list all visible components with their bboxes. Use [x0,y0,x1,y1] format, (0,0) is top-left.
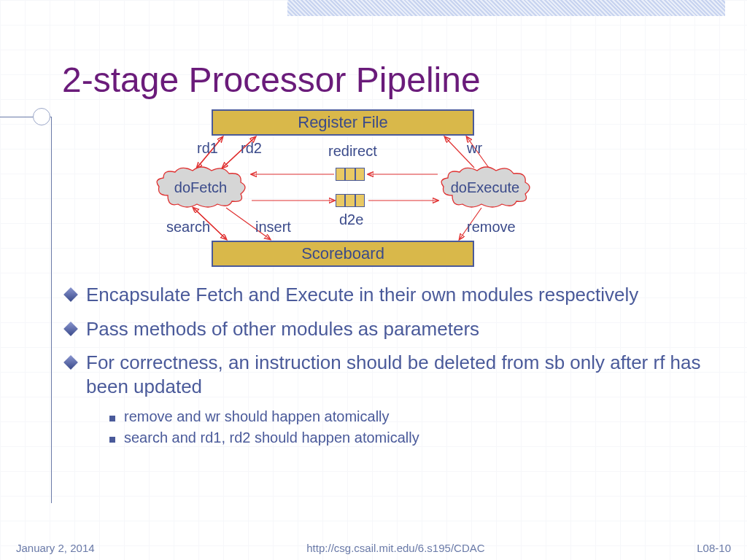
top-decorative-bar [287,0,725,16]
label-redirect: redirect [328,143,377,160]
bullet-text: Encapsulate Fetch and Execute in their o… [86,283,638,307]
register-file-box: Register File [212,109,474,136]
bullet-text: For correctness, an instruction should b… [86,351,708,398]
sub-bullet-item: search and rd1, rd2 should happen atomic… [109,429,708,446]
bullet-text: Pass methods of other modules as paramet… [86,317,479,341]
slide-footer: January 2, 2014 http://csg.csail.mit.edu… [0,542,747,554]
label-rd1: rd1 [197,140,218,157]
diamond-bullet-icon [63,322,78,336]
bullet-list: Encapsulate Fetch and Execute in their o… [66,283,708,451]
doexecute-cloud: doExecute [438,166,533,209]
sub-bullet-text: remove and wr should happen atomically [124,408,390,425]
label-wr: wr [467,140,482,157]
scoreboard-box: Scoreboard [212,241,474,267]
pipeline-diagram: Register File Scoreboard doFetch doExecu… [153,109,547,270]
d2e-fifo-icon [336,194,365,207]
doexecute-label: doExecute [438,166,533,209]
label-d2e: d2e [339,211,363,228]
bullet-item: Encapsulate Fetch and Execute in their o… [66,283,708,307]
sub-bullet-item: remove and wr should happen atomically [109,408,708,425]
bullet-item: For correctness, an instruction should b… [66,351,708,398]
redirect-fifo-icon [336,168,365,181]
label-insert: insert [255,219,291,236]
label-remove: remove [467,219,516,236]
square-bullet-icon [109,437,115,443]
slide-title: 2-stage Processor Pipeline [62,60,481,100]
footer-url: http://csg.csail.mit.edu/6.s195/CDAC [306,542,484,554]
sub-bullet-text: search and rd1, rd2 should happen atomic… [124,429,419,446]
footer-page: L08-10 [697,542,731,554]
square-bullet-icon [109,416,115,421]
dofetch-label: doFetch [153,166,248,209]
diamond-bullet-icon [63,355,78,370]
dofetch-cloud: doFetch [153,166,248,209]
rule-circle-icon [33,108,50,125]
label-rd2: rd2 [241,140,262,157]
diamond-bullet-icon [63,287,78,302]
bullet-item: Pass methods of other modules as paramet… [66,317,708,341]
label-search: search [166,219,210,236]
footer-date: January 2, 2014 [16,542,95,554]
rule-vertical [51,117,52,503]
